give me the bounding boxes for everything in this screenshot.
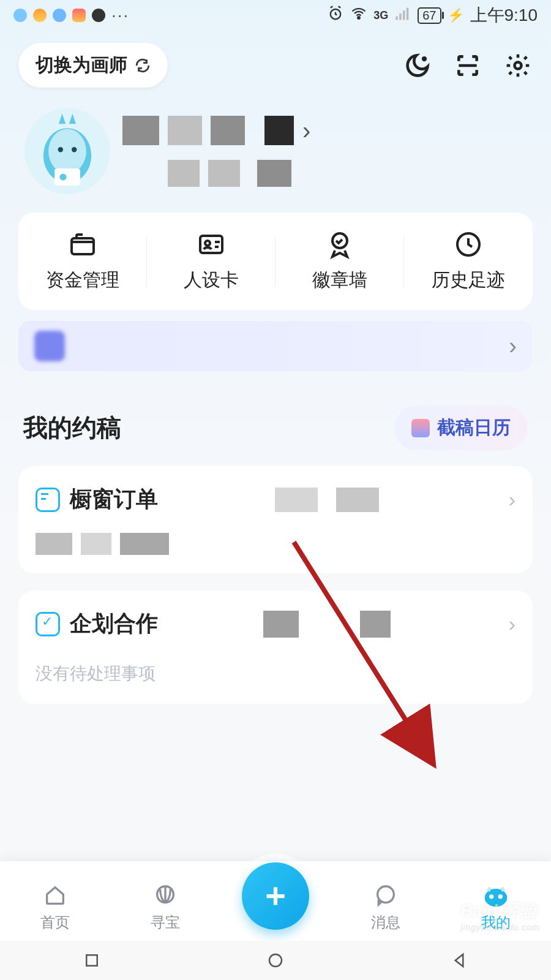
chat-icon [372,882,399,909]
svg-rect-13 [54,168,80,186]
id-card-icon [197,230,226,259]
censored-content [36,533,515,555]
card-title: 橱窗订单 [70,484,158,514]
deadline-calendar-button[interactable]: 截稿日历 [394,405,528,450]
quick-label: 徽章墙 [312,268,367,293]
sys-back-button[interactable] [450,951,468,970]
nav-label: 首页 [40,913,70,932]
promo-banner[interactable]: › [18,321,533,371]
gear-icon [504,52,531,79]
moon-icon [404,52,431,79]
status-bar: ··· 3G 67 ⚡ 上午9:10 [0,0,551,31]
quick-idcard[interactable]: 人设卡 [147,230,276,293]
chevron-right-icon: › [302,117,310,145]
svg-point-10 [48,129,86,174]
quick-actions-card: 资金管理 人设卡 徽章墙 历史足迹 [18,213,533,310]
quick-label: 历史足迹 [432,268,505,293]
night-mode-button[interactable] [403,51,432,80]
nav-home[interactable]: 首页 [0,882,110,932]
chevron-right-icon: › [509,612,515,636]
svg-rect-5 [407,7,409,20]
wifi-icon [350,5,367,26]
quick-badge[interactable]: 徽章墙 [276,230,404,293]
nav-label: 寻宝 [151,913,180,932]
svg-point-14 [59,173,66,180]
sys-home-button[interactable] [266,951,285,970]
home-icon [42,882,69,909]
svg-point-1 [358,17,360,19]
svg-point-11 [58,147,63,152]
svg-point-23 [489,894,493,899]
sys-recent-button[interactable] [83,951,101,970]
watermark: Baid 经验 jingyan.baidu.com [460,899,540,932]
svg-rect-15 [72,238,94,254]
battery-indicator: 67 [418,7,441,24]
window-orders-card[interactable]: 橱窗订单 › [18,466,533,573]
status-tray-icons: ··· [13,6,129,25]
chevron-right-icon: › [509,333,517,360]
signal-icon [394,5,411,26]
scan-icon [454,52,481,79]
svg-rect-16 [200,236,222,253]
svg-point-17 [205,241,210,246]
wallet-icon [68,230,97,259]
quick-history[interactable]: 历史足迹 [404,230,533,293]
project-icon [36,612,60,636]
nav-messages[interactable]: 消息 [331,882,441,932]
svg-rect-2 [396,16,399,20]
network-label: 3G [373,9,388,22]
plus-icon [260,881,291,911]
settings-button[interactable] [503,51,533,80]
svg-rect-3 [399,13,402,20]
clock-icon [454,230,483,259]
username-row[interactable]: › [122,116,527,145]
user-stats-row [122,160,527,187]
svg-point-6 [423,58,425,60]
profile-header[interactable]: › [0,94,551,213]
svg-rect-4 [403,10,405,20]
nav-treasure[interactable]: 寻宝 [110,882,220,932]
quick-label: 人设卡 [184,268,239,293]
calendar-label: 截稿日历 [437,415,511,440]
fab-create-button[interactable] [242,862,309,930]
banner-icon [34,331,65,361]
scan-button[interactable] [453,51,482,80]
switch-artist-button[interactable]: 切换为画师 [18,43,168,88]
avatar[interactable] [24,108,110,194]
empty-state-text: 没有待处理事项 [36,662,515,685]
card-title: 企划合作 [70,609,158,639]
shell-icon [152,882,179,909]
switch-artist-label: 切换为画师 [36,53,127,78]
nav-label: 消息 [371,913,400,932]
calendar-icon [411,419,430,437]
quick-label: 资金管理 [46,268,119,293]
quick-wallet[interactable]: 资金管理 [18,230,147,293]
alarm-icon [327,5,344,26]
refresh-icon [135,58,151,74]
svg-point-24 [498,894,503,899]
system-nav-bar [0,941,551,980]
section-title: 我的约稿 [23,411,121,445]
svg-rect-25 [86,955,97,966]
window-order-icon [36,488,60,512]
badge-icon [325,230,354,259]
project-collab-card[interactable]: 企划合作 › 没有待处理事项 [18,590,533,704]
svg-point-12 [72,147,77,152]
clock: 上午9:10 [470,4,538,27]
svg-point-26 [269,954,282,967]
chevron-right-icon: › [509,488,515,511]
svg-point-7 [515,62,522,69]
